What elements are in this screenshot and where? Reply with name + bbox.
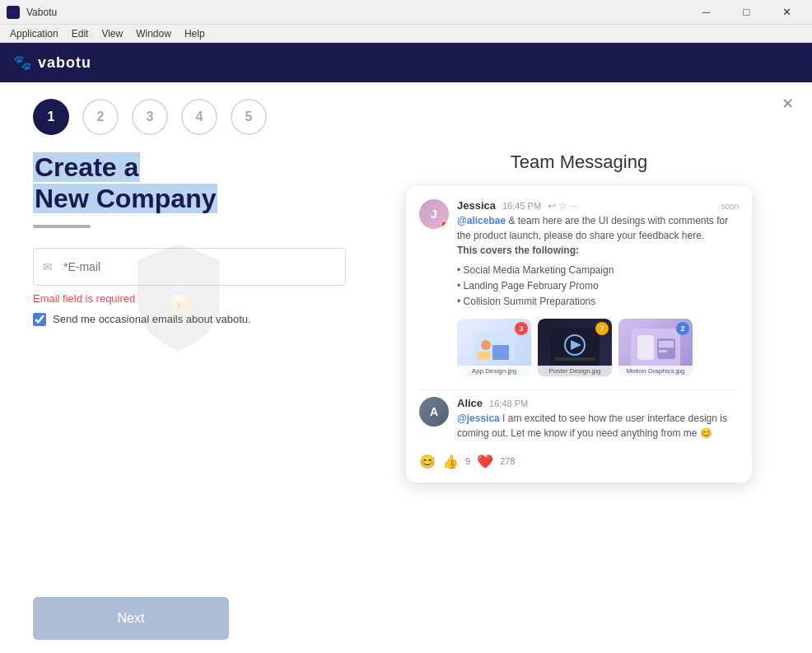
email-opt-in-checkbox[interactable] bbox=[33, 313, 46, 326]
step-4[interactable]: 4 bbox=[181, 99, 217, 135]
email-input-wrapper: ✉ bbox=[33, 248, 346, 286]
badge-1: 3 bbox=[515, 322, 528, 335]
alice-name-row: Alice 16:48 PM bbox=[457, 397, 739, 409]
menu-bar: Application Edit View Window Help bbox=[0, 25, 812, 43]
reactions-row: 😊 👍 9 ❤️ 278 bbox=[419, 454, 739, 469]
logo-area: 🐾 vabotu bbox=[13, 54, 91, 72]
title-bar-title: Vabotu bbox=[26, 7, 57, 18]
company-title: Create a New Company bbox=[33, 152, 346, 215]
jessica-msg-header: J Jessica 16:45 PM ↩ ☆ ··· soon @a bbox=[419, 199, 739, 376]
online-indicator bbox=[441, 221, 448, 228]
alice-avatar: A bbox=[419, 397, 449, 427]
app-header: 🐾 vabotu bbox=[0, 43, 812, 82]
alice-mention: @jessica bbox=[457, 413, 500, 424]
jessica-meta: Jessica 16:45 PM ↩ ☆ ··· soon @alicebae … bbox=[457, 199, 739, 376]
step-2[interactable]: 2 bbox=[82, 99, 119, 135]
title-bar-left: Vabotu bbox=[7, 6, 57, 19]
att-label-2: Poster Design.jpg bbox=[538, 366, 612, 376]
jessica-soon: soon bbox=[721, 202, 739, 211]
title-underline bbox=[33, 225, 91, 228]
svg-rect-10 bbox=[637, 335, 654, 360]
attachment-3[interactable]: 2 Motion Graphics.jpg bbox=[618, 319, 693, 376]
steps-bar: 1 2 3 4 5 bbox=[0, 82, 812, 152]
main-content: ✕ 1 2 3 4 5 Create a New Company bbox=[0, 82, 812, 653]
logo-icon: 🐾 bbox=[13, 54, 31, 72]
menu-help[interactable]: Help bbox=[178, 26, 212, 41]
menu-edit[interactable]: Edit bbox=[65, 26, 96, 41]
jessica-text: @alicebae & team here are the UI desings… bbox=[457, 213, 739, 243]
reaction-emoji-3[interactable]: ❤️ bbox=[477, 454, 493, 469]
att-label-1: App Design.jpg bbox=[457, 366, 531, 376]
dialog-close-button[interactable]: ✕ bbox=[776, 92, 799, 115]
menu-application[interactable]: Application bbox=[3, 26, 65, 41]
jessica-avatar: J bbox=[419, 199, 449, 229]
email-error-text: Email field is required bbox=[33, 292, 346, 305]
title-bar: Vabotu ─ □ ✕ bbox=[0, 0, 812, 25]
jessica-list: Social Media Marketing Campaign Landing … bbox=[457, 263, 739, 310]
right-panel: Team Messaging J Jessica 16:45 PM bbox=[379, 152, 779, 567]
jessica-mention: @alicebae bbox=[457, 215, 506, 226]
title-bar-controls: ─ □ ✕ bbox=[688, 3, 805, 21]
att-label-3: Motion Graphics.jpg bbox=[618, 366, 693, 376]
alice-text: @jessica I am excited to see how the use… bbox=[457, 411, 739, 441]
list-item-3: Collision Summit Preparations bbox=[457, 294, 739, 310]
alice-msg-header: A Alice 16:48 PM @jessica I am excited t… bbox=[419, 397, 739, 441]
title-line2: New Company bbox=[33, 184, 217, 213]
checkbox-label: Send me occasional emails about vabotu. bbox=[53, 313, 251, 325]
svg-point-4 bbox=[481, 340, 491, 350]
email-icon: ✉ bbox=[43, 260, 53, 273]
alice-message: A Alice 16:48 PM @jessica I am excited t… bbox=[419, 397, 739, 441]
svg-rect-2 bbox=[478, 352, 490, 360]
svg-rect-12 bbox=[659, 341, 674, 347]
reaction-emoji-2[interactable]: 👍 bbox=[442, 454, 459, 469]
logo-text: vabotu bbox=[38, 54, 91, 72]
badge-3: 2 bbox=[676, 322, 689, 335]
chat-card: J Jessica 16:45 PM ↩ ☆ ··· soon @a bbox=[406, 186, 752, 483]
maximize-button[interactable]: □ bbox=[728, 3, 765, 21]
alice-name: Alice bbox=[457, 397, 483, 409]
reaction-count-2: 9 bbox=[465, 456, 470, 466]
content-area: Create a New Company 🔒 ✉ Email field is … bbox=[0, 152, 812, 584]
svg-rect-13 bbox=[659, 350, 667, 352]
jessica-name-row: Jessica 16:45 PM ↩ ☆ ··· soon bbox=[457, 199, 739, 212]
attachment-1[interactable]: 3 App Design.jpg bbox=[457, 319, 531, 376]
checkbox-row: Send me occasional emails about vabotu. bbox=[33, 313, 346, 326]
list-item-1: Social Media Marketing Campaign bbox=[457, 263, 739, 278]
jessica-actions: ↩ ☆ ··· bbox=[548, 200, 579, 212]
app-icon bbox=[7, 6, 20, 19]
next-button[interactable]: Next bbox=[33, 597, 229, 640]
menu-window[interactable]: Window bbox=[129, 26, 178, 41]
step-5[interactable]: 5 bbox=[231, 99, 267, 135]
reaction-emoji-1[interactable]: 😊 bbox=[419, 454, 436, 469]
reaction-total: 278 bbox=[500, 456, 515, 466]
minimize-button[interactable]: ─ bbox=[688, 3, 725, 21]
title-line1: Create a bbox=[33, 152, 140, 182]
menu-view[interactable]: View bbox=[95, 26, 129, 41]
close-window-button[interactable]: ✕ bbox=[768, 3, 805, 21]
email-input[interactable] bbox=[33, 248, 346, 286]
jessica-name: Jessica bbox=[457, 199, 496, 212]
step-1[interactable]: 1 bbox=[33, 99, 69, 135]
jessica-bold: This covers the following: bbox=[457, 243, 739, 258]
svg-rect-3 bbox=[492, 345, 509, 360]
list-item-2: Landing Page February Promo bbox=[457, 278, 739, 294]
attachments: 3 App Design.jpg bbox=[457, 319, 739, 376]
jessica-time: 16:45 PM bbox=[502, 201, 541, 211]
alice-meta: Alice 16:48 PM @jessica I am excited to … bbox=[457, 397, 739, 441]
panel-title: Team Messaging bbox=[511, 152, 647, 173]
badge-2: 7 bbox=[595, 322, 609, 335]
alice-time: 16:48 PM bbox=[489, 399, 528, 408]
bottom-bar: Next bbox=[0, 584, 812, 653]
jessica-message: J Jessica 16:45 PM ↩ ☆ ··· soon @a bbox=[419, 199, 739, 376]
step-3[interactable]: 3 bbox=[132, 99, 168, 135]
left-panel: Create a New Company 🔒 ✉ Email field is … bbox=[33, 152, 346, 567]
svg-rect-8 bbox=[554, 357, 595, 361]
chat-divider bbox=[419, 389, 739, 390]
attachment-2[interactable]: 7 Poster Design.jpg bbox=[538, 319, 612, 376]
